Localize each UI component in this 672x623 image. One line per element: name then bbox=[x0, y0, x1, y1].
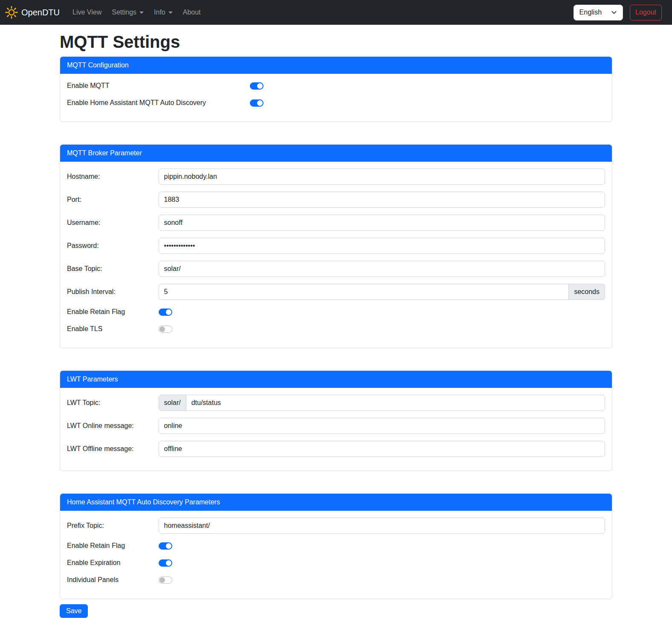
nav-settings-label: Settings bbox=[112, 9, 136, 16]
individual-panels-toggle[interactable] bbox=[159, 576, 172, 584]
card-mqtt-configuration: MQTT Configuration Enable MQTT Enable Ho… bbox=[60, 56, 612, 122]
prefix-topic-input[interactable] bbox=[159, 518, 605, 534]
page-title: MQTT Settings bbox=[60, 32, 612, 52]
card-ha-discovery: Home Assistant MQTT Auto Discovery Param… bbox=[60, 493, 612, 599]
password-input[interactable] bbox=[159, 238, 605, 254]
nav-live-view[interactable]: Live View bbox=[67, 5, 107, 20]
enable-mqtt-toggle[interactable] bbox=[250, 82, 264, 90]
hostname-input[interactable] bbox=[159, 169, 605, 185]
save-button[interactable]: Save bbox=[60, 604, 88, 618]
base-topic-row: Base Topic: bbox=[67, 261, 605, 277]
lwt-online-label: LWT Online message: bbox=[67, 422, 159, 430]
port-row: Port: bbox=[67, 192, 605, 208]
card-lwt-parameters: LWT Parameters LWT Topic: solar/ LWT Onl… bbox=[60, 370, 612, 471]
logout-button[interactable]: Logout bbox=[630, 5, 662, 20]
card-lwt-parameters-body: LWT Topic: solar/ LWT Online message: LW… bbox=[60, 388, 612, 471]
broker-retain-toggle[interactable] bbox=[159, 309, 172, 316]
card-lwt-parameters-header: LWT Parameters bbox=[60, 371, 612, 388]
prefix-topic-row: Prefix Topic: bbox=[67, 518, 605, 534]
chevron-down-icon bbox=[168, 12, 173, 14]
nav-info-label: Info bbox=[154, 9, 165, 16]
lwt-online-row: LWT Online message: bbox=[67, 418, 605, 434]
chevron-down-icon bbox=[611, 9, 617, 15]
base-topic-input[interactable] bbox=[159, 261, 605, 277]
navbar: OpenDTU Live View Settings Info About En… bbox=[0, 0, 672, 25]
ha-retain-toggle[interactable] bbox=[159, 542, 172, 550]
lwt-offline-input[interactable] bbox=[159, 441, 605, 457]
individual-panels-label: Individual Panels bbox=[67, 576, 159, 584]
lwt-online-input[interactable] bbox=[159, 418, 605, 434]
chevron-down-icon bbox=[139, 12, 144, 14]
username-input[interactable] bbox=[159, 215, 605, 231]
password-label: Password: bbox=[67, 242, 159, 250]
nav-about[interactable]: About bbox=[178, 5, 206, 20]
lwt-offline-label: LWT Offline message: bbox=[67, 445, 159, 453]
username-label: Username: bbox=[67, 219, 159, 227]
ha-retain-row: Enable Retain Flag bbox=[67, 541, 605, 551]
broker-retain-label: Enable Retain Flag bbox=[67, 308, 159, 316]
publish-interval-label: Publish Interval: bbox=[67, 288, 159, 296]
card-mqtt-broker-body: Hostname: Port: Username: Password: bbox=[60, 162, 612, 348]
card-mqtt-configuration-header: MQTT Configuration bbox=[60, 57, 612, 74]
enable-tls-row: Enable TLS bbox=[67, 324, 605, 334]
card-mqtt-configuration-body: Enable MQTT Enable Home Assistant MQTT A… bbox=[60, 74, 612, 122]
nav-info[interactable]: Info bbox=[149, 5, 178, 20]
nav-settings[interactable]: Settings bbox=[107, 5, 149, 20]
brand-label: OpenDTU bbox=[21, 8, 60, 17]
publish-interval-input[interactable] bbox=[159, 284, 569, 300]
username-row: Username: bbox=[67, 215, 605, 231]
password-row: Password: bbox=[67, 238, 605, 254]
enable-ha-discovery-label: Enable Home Assistant MQTT Auto Discover… bbox=[67, 99, 250, 107]
individual-panels-row: Individual Panels bbox=[67, 575, 605, 585]
hostname-label: Hostname: bbox=[67, 173, 159, 180]
card-mqtt-broker-header: MQTT Broker Parameter bbox=[60, 145, 612, 162]
card-ha-discovery-body: Prefix Topic: Enable Retain Flag Enable … bbox=[60, 511, 612, 599]
prefix-topic-label: Prefix Topic: bbox=[67, 522, 159, 530]
ha-retain-label: Enable Retain Flag bbox=[67, 542, 159, 550]
enable-ha-discovery-toggle[interactable] bbox=[250, 99, 264, 107]
publish-interval-unit: seconds bbox=[569, 284, 605, 300]
card-ha-discovery-header: Home Assistant MQTT Auto Discovery Param… bbox=[60, 494, 612, 511]
enable-mqtt-label: Enable MQTT bbox=[67, 82, 250, 90]
hostname-row: Hostname: bbox=[67, 169, 605, 185]
lwt-topic-input[interactable] bbox=[186, 395, 605, 411]
navbar-right: English Logout bbox=[574, 5, 662, 20]
enable-expiration-label: Enable Expiration bbox=[67, 559, 159, 567]
enable-expiration-row: Enable Expiration bbox=[67, 558, 605, 568]
navbar-left: OpenDTU Live View Settings Info About bbox=[5, 5, 206, 20]
publish-interval-row: Publish Interval: seconds bbox=[67, 284, 605, 300]
enable-tls-label: Enable TLS bbox=[67, 325, 159, 333]
port-label: Port: bbox=[67, 196, 159, 204]
card-mqtt-broker: MQTT Broker Parameter Hostname: Port: Us… bbox=[60, 144, 612, 348]
sun-icon bbox=[5, 6, 18, 19]
language-select[interactable]: English bbox=[574, 5, 623, 20]
port-input[interactable] bbox=[159, 192, 605, 208]
main-content: MQTT Settings MQTT Configuration Enable … bbox=[55, 25, 617, 623]
lwt-topic-label: LWT Topic: bbox=[67, 399, 159, 407]
brand-link[interactable]: OpenDTU bbox=[5, 6, 60, 19]
broker-retain-row: Enable Retain Flag bbox=[67, 307, 605, 317]
enable-mqtt-row: Enable MQTT bbox=[67, 81, 605, 91]
lwt-topic-row: LWT Topic: solar/ bbox=[67, 395, 605, 411]
lwt-topic-prefix: solar/ bbox=[159, 395, 186, 411]
language-selected-value: English bbox=[579, 9, 602, 16]
base-topic-label: Base Topic: bbox=[67, 265, 159, 273]
enable-ha-discovery-row: Enable Home Assistant MQTT Auto Discover… bbox=[67, 98, 605, 108]
lwt-offline-row: LWT Offline message: bbox=[67, 441, 605, 457]
enable-tls-toggle[interactable] bbox=[159, 326, 172, 333]
enable-expiration-toggle[interactable] bbox=[159, 559, 172, 567]
